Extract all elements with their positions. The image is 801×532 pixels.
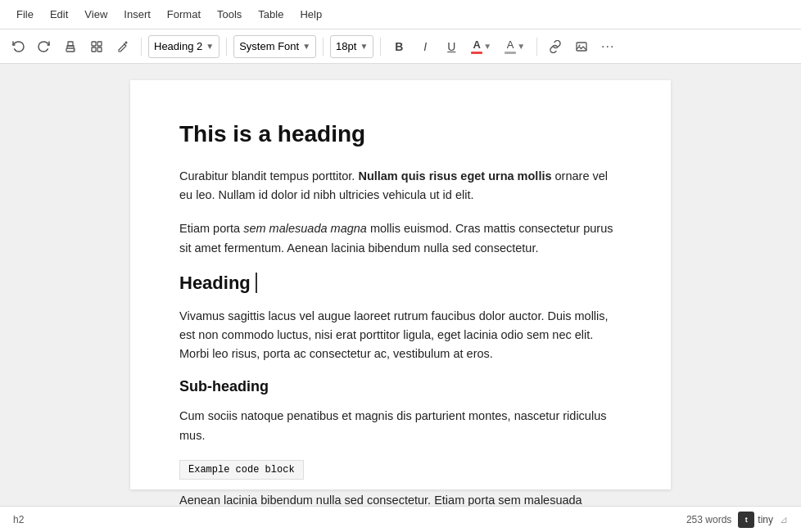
separator-5 bbox=[536, 38, 537, 56]
format-button[interactable] bbox=[85, 35, 108, 58]
document-para1: Curabitur blandit tempus porttitor. Null… bbox=[179, 167, 622, 205]
svg-rect-8 bbox=[577, 43, 586, 51]
para2-text1: Etiam porta bbox=[179, 222, 243, 235]
redo-button[interactable] bbox=[33, 35, 56, 58]
svg-point-7 bbox=[125, 41, 128, 43]
style-select[interactable]: Heading 2 ▼ bbox=[148, 35, 219, 58]
menu-help[interactable]: Help bbox=[293, 5, 328, 24]
menu-table[interactable]: Table bbox=[251, 5, 290, 24]
resize-handle[interactable]: ⊿ bbox=[780, 514, 788, 525]
tiny-logo-icon: t bbox=[738, 512, 754, 528]
link-button[interactable] bbox=[544, 35, 567, 58]
document-code-block: Example code block bbox=[179, 460, 304, 480]
menu-bar: File Edit View Insert Format Tools Table… bbox=[0, 0, 801, 29]
menu-tools[interactable]: Tools bbox=[210, 5, 248, 24]
text-cursor bbox=[251, 273, 257, 293]
svg-rect-3 bbox=[92, 42, 96, 46]
bold-button[interactable]: B bbox=[387, 35, 410, 58]
status-bar: h2 253 words t tiny ⊿ bbox=[0, 506, 801, 532]
tiny-logo: t tiny bbox=[738, 512, 773, 528]
size-select[interactable]: 18pt ▼ bbox=[330, 35, 373, 58]
menu-file[interactable]: File bbox=[10, 5, 40, 24]
menu-view[interactable]: View bbox=[78, 5, 114, 24]
document-para2: Etiam porta sem malesuada magna mollis e… bbox=[179, 219, 622, 257]
document[interactable]: This is a heading Curabitur blandit temp… bbox=[130, 80, 671, 489]
para2-italic: sem malesuada magna bbox=[243, 222, 367, 235]
font-select[interactable]: System Font ▼ bbox=[233, 35, 316, 58]
separator-2 bbox=[226, 38, 227, 56]
svg-point-9 bbox=[579, 44, 581, 46]
svg-rect-5 bbox=[92, 47, 96, 52]
document-para3: Vivamus sagittis lacus vel augue laoreet… bbox=[179, 307, 622, 364]
svg-rect-1 bbox=[68, 42, 73, 46]
style-select-chevron: ▼ bbox=[206, 42, 214, 51]
document-heading1: This is a heading bbox=[179, 121, 622, 147]
toolbar: Heading 2 ▼ System Font ▼ 18pt ▼ B I U A… bbox=[0, 29, 801, 64]
font-color-button[interactable]: A ▼ bbox=[466, 35, 496, 58]
image-button[interactable] bbox=[570, 35, 593, 58]
para1-text1: Curabitur blandit tempus porttitor. bbox=[179, 169, 358, 183]
svg-point-2 bbox=[73, 49, 74, 50]
document-heading2: Heading bbox=[179, 273, 622, 294]
document-subheading: Sub-heading bbox=[179, 378, 622, 395]
status-right: 253 words t tiny ⊿ bbox=[686, 512, 788, 528]
paint-format-button[interactable] bbox=[111, 35, 134, 58]
separator-1 bbox=[141, 38, 142, 56]
menu-edit[interactable]: Edit bbox=[43, 5, 75, 24]
underline-button[interactable]: U bbox=[440, 35, 463, 58]
document-para5: Aenean lacinia bibendum nulla sed consec… bbox=[179, 491, 622, 506]
editor-area: This is a heading Curabitur blandit temp… bbox=[0, 64, 801, 506]
size-select-chevron: ▼ bbox=[360, 42, 368, 51]
more-button[interactable]: ··· bbox=[596, 35, 619, 58]
font-select-chevron: ▼ bbox=[302, 42, 310, 51]
document-para4: Cum sociis natoque penatibus et magnis d… bbox=[179, 407, 622, 444]
print-button[interactable] bbox=[59, 35, 82, 58]
bg-color-button[interactable]: A ▼ bbox=[500, 35, 530, 58]
svg-rect-4 bbox=[97, 42, 102, 46]
svg-rect-6 bbox=[97, 47, 102, 52]
separator-3 bbox=[323, 38, 324, 56]
menu-insert[interactable]: Insert bbox=[117, 5, 157, 24]
separator-4 bbox=[380, 38, 381, 56]
menu-format[interactable]: Format bbox=[161, 5, 207, 24]
para1-bold: Nullam quis risus eget urna mollis bbox=[358, 169, 551, 183]
word-count: 253 words bbox=[686, 514, 731, 525]
undo-button[interactable] bbox=[7, 35, 29, 58]
tiny-logo-text: tiny bbox=[758, 514, 773, 525]
italic-button[interactable]: I bbox=[414, 35, 437, 58]
status-style: h2 bbox=[13, 514, 24, 525]
